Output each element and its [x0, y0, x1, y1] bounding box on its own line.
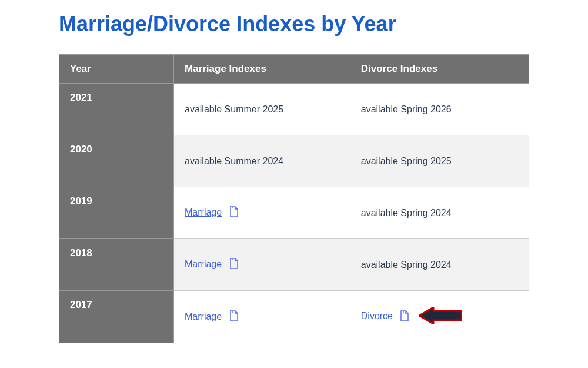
arrow-annotation: [419, 307, 462, 326]
table-row: 2021 available Summer 2025 available Spr…: [59, 84, 529, 135]
document-icon: [229, 310, 239, 324]
divorce-cell: Divorce: [350, 291, 529, 343]
marriage-status-text: available Summer 2024: [185, 156, 283, 166]
table-row: 2019 Marriage available Spring 2024: [59, 187, 529, 239]
document-icon: [400, 310, 409, 324]
table-row: 2018 Marriage available Spring 2024: [59, 239, 529, 291]
marriage-link[interactable]: Marriage: [185, 311, 222, 321]
year-cell: 2018: [59, 239, 174, 291]
marriage-link[interactable]: Marriage: [185, 259, 222, 269]
document-icon: [229, 206, 239, 220]
divorce-status-text: available Spring 2024: [361, 208, 452, 218]
marriage-status-text: available Summer 2025: [185, 104, 283, 114]
marriage-cell: available Summer 2025: [174, 84, 350, 135]
marriage-cell: Marriage: [174, 291, 350, 343]
marriage-cell: Marriage: [174, 239, 350, 291]
header-marriage: Marriage Indexes: [174, 55, 350, 84]
year-cell: 2017: [59, 291, 174, 343]
header-year: Year: [59, 55, 174, 84]
marriage-cell: Marriage: [174, 187, 350, 239]
divorce-cell: available Spring 2024: [350, 187, 529, 239]
table-row: 2017 Marriage Divorce: [59, 291, 529, 343]
divorce-cell: available Spring 2025: [350, 135, 529, 187]
marriage-cell: available Summer 2024: [174, 135, 350, 187]
divorce-status-text: available Spring 2025: [361, 156, 452, 166]
marriage-link[interactable]: Marriage: [185, 207, 222, 217]
index-table: Year Marriage Indexes Divorce Indexes 20…: [59, 54, 529, 343]
divorce-status-text: available Spring 2024: [361, 260, 452, 270]
page-title: Marriage/Divorce Indexes by Year: [59, 12, 529, 37]
header-divorce: Divorce Indexes: [350, 55, 529, 84]
document-icon: [229, 258, 239, 271]
divorce-cell: available Spring 2026: [350, 84, 529, 135]
year-cell: 2020: [59, 135, 174, 187]
table-row: 2020 available Summer 2024 available Spr…: [59, 135, 529, 187]
divorce-link[interactable]: Divorce: [361, 311, 393, 321]
year-cell: 2019: [59, 187, 174, 239]
divorce-status-text: available Spring 2026: [361, 104, 452, 114]
year-cell: 2021: [59, 84, 174, 135]
divorce-cell: available Spring 2024: [350, 239, 529, 291]
